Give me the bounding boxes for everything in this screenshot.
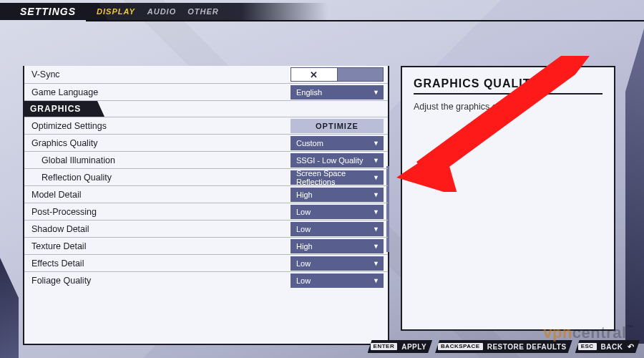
effects-detail-label: Effects Detail xyxy=(24,258,291,268)
reflection-quality-dropdown[interactable]: Screen Space Reflections ▼ xyxy=(291,170,384,185)
chevron-down-icon: ▼ xyxy=(373,174,379,181)
model-detail-value: High xyxy=(296,190,313,199)
post-processing-dropdown[interactable]: Low ▼ xyxy=(291,205,384,219)
reflection-quality-label: Reflection Quality xyxy=(24,173,291,183)
settings-list-panel: V-Sync ✕ Game Language English ▼ GRAPHIC… xyxy=(23,66,389,345)
reflection-quality-value: Screen Space Reflections xyxy=(296,169,373,186)
foliage-quality-dropdown[interactable]: Low ▼ xyxy=(291,274,384,288)
row-foliage-quality[interactable]: Foliage Quality Low ▼ xyxy=(24,271,388,289)
topbar-underline xyxy=(86,20,644,21)
language-label: Game Language xyxy=(24,87,291,97)
tab-other[interactable]: OTHER xyxy=(180,3,226,20)
graphics-quality-value: Custom xyxy=(296,139,323,147)
vsync-label: V-Sync xyxy=(24,69,291,79)
chevron-down-icon: ▼ xyxy=(373,226,379,233)
tab-audio[interactable]: AUDIO xyxy=(139,3,185,20)
enter-keycap: ENTER xyxy=(371,343,398,350)
backspace-keycap: BACKSPACE xyxy=(438,343,483,350)
row-global-illumination[interactable]: Global Illumination SSGI - Low Quality ▼ xyxy=(24,151,388,168)
watermark-b: central xyxy=(572,324,627,342)
row-graphics-quality[interactable]: Graphics Quality Custom ▼ xyxy=(24,134,388,151)
foliage-quality-value: Low xyxy=(296,276,311,285)
row-shadow-detail[interactable]: Shadow Detail Low ▼ xyxy=(24,220,388,237)
global-illumination-label: Global Illumination xyxy=(24,155,291,165)
vsync-off-seg[interactable]: ✕ xyxy=(291,67,338,82)
back-label: BACK xyxy=(601,343,623,351)
effects-detail-value: Low xyxy=(296,259,311,268)
texture-detail-label: Texture Detail xyxy=(24,241,291,251)
post-processing-label: Post-Processing xyxy=(24,207,291,217)
model-detail-label: Model Detail xyxy=(24,190,291,200)
chevron-down-icon: ▼ xyxy=(373,208,379,216)
watermark-tm: ™ xyxy=(627,324,635,332)
row-texture-detail[interactable]: Texture Detail High ▼ xyxy=(24,237,388,254)
language-dropdown[interactable]: English ▼ xyxy=(291,85,384,100)
row-reflection-quality[interactable]: Reflection Quality Screen Space Reflecti… xyxy=(24,168,388,185)
watermark-a: vpn xyxy=(543,324,572,342)
info-heading: GRAPHICS QUALITY xyxy=(414,77,602,95)
effects-detail-dropdown[interactable]: Low ▼ xyxy=(291,256,384,271)
back-arrow-icon: ↶ xyxy=(628,342,635,352)
info-panel: GRAPHICS QUALITY Adjust the graphics qua… xyxy=(401,66,615,331)
row-vsync[interactable]: V-Sync ✕ xyxy=(24,66,388,83)
apply-label: APPLY xyxy=(401,343,426,351)
section-graphics-heading: GRAPHICS xyxy=(24,101,104,117)
row-optimized[interactable]: Optimized Settings OPTIMIZE xyxy=(24,117,388,134)
watermark: vpncentral™ xyxy=(543,324,634,342)
texture-detail-value: High xyxy=(296,242,313,251)
global-illumination-dropdown[interactable]: SSGI - Low Quality ▼ xyxy=(291,153,384,168)
info-description: Adjust the graphics quality. xyxy=(414,102,602,112)
optimize-button[interactable]: OPTIMIZE xyxy=(291,119,384,133)
texture-detail-dropdown[interactable]: High ▼ xyxy=(291,239,384,253)
post-processing-value: Low xyxy=(296,208,311,216)
decor-edge-right xyxy=(625,29,644,344)
shadow-detail-value: Low xyxy=(296,225,311,233)
chevron-down-icon: ▼ xyxy=(373,157,379,164)
global-illumination-value: SSGI - Low Quality xyxy=(296,156,364,165)
apply-button[interactable]: ENTER APPLY xyxy=(368,340,433,353)
decor-edge-left xyxy=(0,258,19,358)
chevron-down-icon: ▼ xyxy=(373,260,379,267)
section-graphics-wrap: GRAPHICS xyxy=(24,100,388,117)
topbar: SETTINGS DISPLAY AUDIO OTHER xyxy=(0,3,644,24)
restore-label: RESTORE DEFAULTS xyxy=(487,343,567,351)
optimized-label: Optimized Settings xyxy=(24,121,291,131)
model-detail-dropdown[interactable]: High ▼ xyxy=(291,188,384,202)
vsync-on-seg[interactable] xyxy=(338,67,384,82)
chevron-down-icon: ▼ xyxy=(373,191,379,198)
chevron-down-icon: ▼ xyxy=(373,243,379,250)
esc-keycap: ESC xyxy=(578,343,597,350)
shadow-detail-dropdown[interactable]: Low ▼ xyxy=(291,222,384,236)
vsync-toggle[interactable]: ✕ xyxy=(291,67,384,82)
chevron-down-icon: ▼ xyxy=(373,89,379,96)
row-model-detail[interactable]: Model Detail High ▼ xyxy=(24,185,388,203)
shadow-detail-label: Shadow Detail xyxy=(24,224,291,234)
row-post-processing[interactable]: Post-Processing Low ▼ xyxy=(24,203,388,220)
chevron-down-icon: ▼ xyxy=(373,140,379,147)
row-effects-detail[interactable]: Effects Detail Low ▼ xyxy=(24,254,388,271)
foliage-quality-label: Foliage Quality xyxy=(24,276,291,286)
graphics-quality-label: Graphics Quality xyxy=(24,138,291,148)
chevron-down-icon: ▼ xyxy=(373,277,379,284)
language-value: English xyxy=(296,88,322,97)
graphics-quality-dropdown[interactable]: Custom ▼ xyxy=(291,136,384,150)
page-title: SETTINGS xyxy=(0,3,107,20)
tab-display[interactable]: DISPLAY xyxy=(93,3,139,20)
row-language[interactable]: Game Language English ▼ xyxy=(24,83,388,100)
